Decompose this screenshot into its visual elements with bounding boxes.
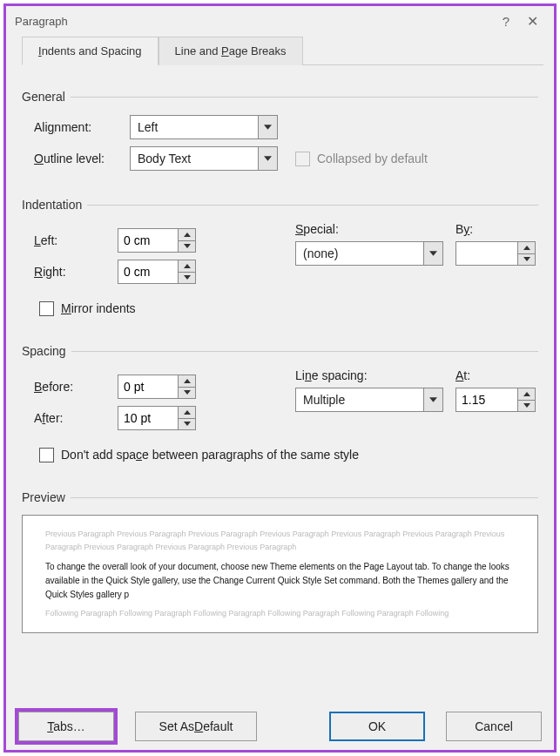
preview-previous: Previous Paragraph Previous Paragraph Pr… [45,528,515,555]
section-indentation: Indentation [22,198,538,212]
section-general: General [22,90,538,104]
tabstrip: Indents and Spacing Line and Page Breaks [22,36,543,65]
alignment-label: Alignment: [34,120,130,134]
tabs-button[interactable]: Tabs… [18,712,114,741]
at-label: At: [455,368,536,382]
spin-down-icon[interactable] [518,401,535,412]
outline-combo[interactable]: Body Text [130,146,278,171]
chevron-down-icon [423,242,442,265]
indent-left-spinner[interactable]: 0 cm [118,228,196,253]
spin-up-icon[interactable] [518,388,535,401]
outline-label: Outline level: [34,152,130,165]
spin-down-icon[interactable] [179,241,195,253]
indent-left-label: Left: [34,233,118,247]
spin-up-icon[interactable] [179,229,195,241]
preview-sample: To change the overall look of your docum… [45,560,515,602]
after-label: After: [34,411,118,425]
indent-right-spinner[interactable]: 0 cm [118,260,196,284]
indent-right-label: Right: [34,265,118,279]
spin-down-icon[interactable] [518,254,535,266]
chevron-down-icon [423,388,442,411]
spin-up-icon[interactable] [179,375,195,388]
no-space-checkbox[interactable]: Don't add space between paragraphs of th… [39,448,359,462]
checkbox-icon [295,152,310,166]
spin-up-icon[interactable] [518,242,535,254]
after-spinner[interactable]: 10 pt [118,406,196,430]
chevron-down-icon [258,147,277,170]
special-label: Special: [295,222,443,236]
dialog-title: Paragraph [15,15,493,28]
before-label: Before: [34,380,118,394]
preview-box: Previous Paragraph Previous Paragraph Pr… [22,515,538,633]
ok-button[interactable]: OK [329,712,425,741]
cancel-button[interactable]: Cancel [446,712,542,741]
spin-down-icon[interactable] [179,273,195,284]
help-icon[interactable]: ? [493,14,519,29]
linespacing-label: Line spacing: [295,368,443,382]
spin-up-icon[interactable] [179,260,195,273]
paragraph-dialog: Paragraph ? ✕ Indents and Spacing Line a… [3,3,557,753]
special-combo[interactable]: (none) [295,241,443,266]
close-icon[interactable]: ✕ [519,13,545,30]
spin-down-icon[interactable] [179,419,195,430]
set-default-button[interactable]: Set As Default [135,712,257,741]
mirror-indents-checkbox[interactable]: Mirror indents [39,301,136,316]
spin-up-icon[interactable] [179,407,195,419]
by-label: By: [455,222,536,236]
tab-line-page-breaks[interactable]: Line and Page Breaks [159,37,303,65]
before-spinner[interactable]: 0 pt [118,375,196,399]
section-spacing: Spacing [22,344,538,358]
titlebar: Paragraph ? ✕ [6,6,554,36]
by-spinner[interactable] [455,241,536,266]
chevron-down-icon [258,116,277,138]
collapsed-checkbox: Collapsed by default [295,152,428,166]
spin-down-icon[interactable] [179,388,195,399]
alignment-combo[interactable]: Left [130,115,278,139]
dialog-footer: Tabs… Set As Default OK Cancel [6,712,554,741]
preview-following: Following Paragraph Following Paragraph … [45,607,515,620]
dialog-body: General Alignment: Left Outline level: B… [6,65,554,504]
checkbox-icon [39,448,54,462]
tab-indents-spacing[interactable]: Indents and Spacing [22,37,159,65]
at-spinner[interactable]: 1.15 [455,388,536,412]
linespacing-combo[interactable]: Multiple [295,388,443,412]
checkbox-icon [39,301,54,316]
section-preview: Preview [22,490,538,504]
